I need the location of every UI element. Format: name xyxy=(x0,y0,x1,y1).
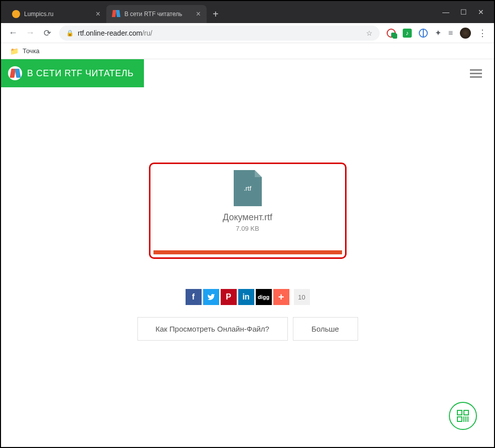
upload-box[interactable]: .rtf Документ.rtf 7.09 KB xyxy=(149,163,347,259)
progress-bar xyxy=(153,250,342,254)
share-linkedin[interactable]: in xyxy=(238,289,254,305)
file-name: Документ.rtf xyxy=(223,212,272,223)
share-facebook[interactable]: f xyxy=(186,289,202,305)
tab-title: В сети RTF читатель xyxy=(124,11,192,18)
extensions-menu-icon[interactable]: ✦ xyxy=(435,28,441,38)
share-twitter[interactable] xyxy=(203,289,219,305)
favicon-rtf xyxy=(112,10,120,18)
close-icon[interactable]: × xyxy=(196,10,201,19)
favicon-lumpics xyxy=(12,10,20,18)
share-pinterest[interactable]: P xyxy=(221,289,237,305)
close-icon[interactable]: × xyxy=(96,10,100,19)
extensions: 3 ♪ ✦ ≡ ⋮ xyxy=(387,28,487,39)
qr-code-button[interactable] xyxy=(449,402,477,430)
bookmarks-bar: 📁 Точка xyxy=(1,43,494,59)
more-button[interactable]: Больше xyxy=(293,317,358,341)
share-row: f P in digg + 10 xyxy=(1,289,494,305)
hamburger-menu[interactable] xyxy=(470,69,482,78)
extension-music-icon[interactable]: ♪ xyxy=(403,29,412,38)
minimize-button[interactable]: — xyxy=(442,8,449,16)
back-button[interactable]: ← xyxy=(8,28,18,38)
lock-icon: 🔒 xyxy=(66,30,74,37)
reading-list-icon[interactable]: ≡ xyxy=(448,29,453,38)
file-size: 7.09 KB xyxy=(236,225,259,232)
share-digg[interactable]: digg xyxy=(256,289,272,305)
profile-avatar[interactable] xyxy=(460,28,471,39)
page-header: В СЕТИ RTF ЧИТАТЕЛЬ xyxy=(1,59,494,87)
tab-title: Lumpics.ru xyxy=(24,11,92,18)
tab-lumpics[interactable]: Lumpics.ru × xyxy=(6,5,106,23)
qr-icon xyxy=(457,410,469,422)
new-tab-button[interactable]: + xyxy=(207,9,225,20)
maximize-button[interactable]: ☐ xyxy=(460,8,467,16)
extension-badge: 3 xyxy=(393,34,397,39)
file-extension: .rtf xyxy=(244,185,251,192)
extension-opera-icon[interactable]: 3 xyxy=(387,29,396,38)
reload-button[interactable]: ⟳ xyxy=(42,28,52,39)
action-buttons: Как Просмотреть Онлайн-Файл? Больше xyxy=(1,317,494,341)
page-content: .rtf Документ.rtf 7.09 KB f P in digg + … xyxy=(1,87,494,341)
titlebar: Lumpics.ru × В сети RTF читатель × + — ☐… xyxy=(1,1,494,23)
window-controls: — ☐ ✕ xyxy=(442,8,494,16)
address-bar[interactable]: 🔒 rtf.online-reader.com/ru/ ☆ xyxy=(59,26,380,41)
bookmark-item[interactable]: Точка xyxy=(23,47,40,55)
brand-logo[interactable]: В СЕТИ RTF ЧИТАТЕЛЬ xyxy=(1,59,144,87)
brand-title: В СЕТИ RTF ЧИТАТЕЛЬ xyxy=(27,68,134,79)
bookmark-star-icon[interactable]: ☆ xyxy=(366,29,373,37)
browser-menu-icon[interactable]: ⋮ xyxy=(478,28,487,39)
extension-globe-icon[interactable] xyxy=(419,29,428,38)
forward-button[interactable]: → xyxy=(25,28,35,38)
share-addthis[interactable]: + xyxy=(273,289,289,305)
how-to-button[interactable]: Как Просмотреть Онлайн-Файл? xyxy=(137,317,288,341)
file-icon: .rtf xyxy=(234,170,262,206)
tab-rtf-reader[interactable]: В сети RTF читатель × xyxy=(106,5,207,23)
tab-strip: Lumpics.ru × В сети RTF читатель × + xyxy=(6,5,225,23)
brand-icon xyxy=(8,66,22,80)
share-count: 10 xyxy=(294,289,310,305)
url-text: rtf.online-reader.com/ru/ xyxy=(78,29,362,37)
folder-icon: 📁 xyxy=(10,47,19,55)
toolbar: ← → ⟳ 🔒 rtf.online-reader.com/ru/ ☆ 3 ♪ … xyxy=(1,23,494,43)
close-button[interactable]: ✕ xyxy=(478,8,484,16)
